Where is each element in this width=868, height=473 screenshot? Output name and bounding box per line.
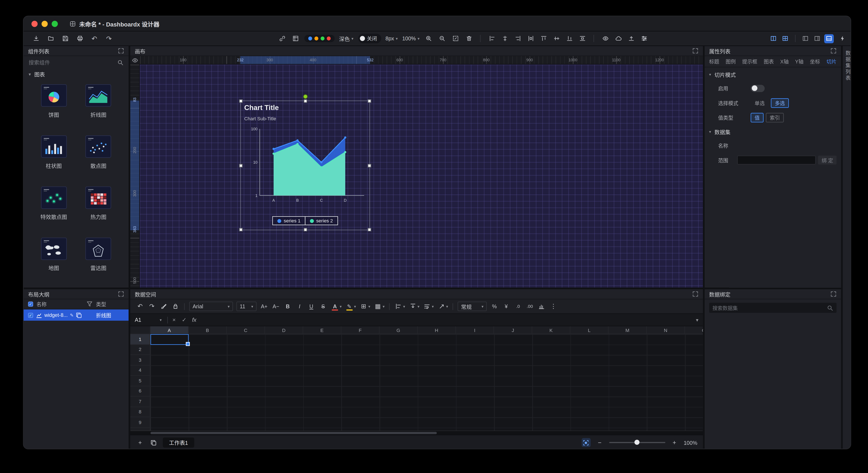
align-ch-icon[interactable]: [500, 34, 509, 43]
slice-mode-section-toggle[interactable]: ▾ 切片模式: [705, 68, 841, 81]
row-header[interactable]: 1: [130, 334, 150, 345]
sheet-list-icon[interactable]: [149, 438, 158, 447]
component-card-pie[interactable]: 饼图: [41, 84, 67, 118]
selection-mode-button[interactable]: [582, 438, 591, 447]
maximize-window-button[interactable]: [52, 21, 58, 27]
trash-icon[interactable]: [465, 34, 473, 43]
row-headers[interactable]: 123456789: [130, 334, 151, 431]
font-family-select[interactable]: Arial▾: [189, 302, 233, 311]
align-bottom-icon[interactable]: [565, 34, 574, 43]
resize-handle[interactable]: [368, 99, 371, 103]
stroke-width-select[interactable]: 8px▾: [385, 35, 398, 42]
expand-icon[interactable]: [830, 291, 837, 297]
row-header[interactable]: 9: [130, 417, 150, 428]
font-increase-button[interactable]: A+: [260, 302, 268, 311]
cell-reference-box[interactable]: A1▾: [130, 317, 166, 323]
table-icon[interactable]: [291, 34, 300, 43]
component-search-input[interactable]: 搜索组件: [24, 56, 129, 68]
strikethrough-button[interactable]: S: [319, 302, 327, 311]
edit-region-icon[interactable]: [451, 34, 460, 43]
color-swatch[interactable]: [314, 36, 318, 40]
filter-icon[interactable]: [87, 301, 93, 307]
cloud-icon[interactable]: [614, 34, 623, 43]
column-header[interactable]: E: [303, 326, 342, 333]
currency-format-button[interactable]: ¥: [502, 302, 510, 311]
rotate-handle[interactable]: [303, 94, 308, 99]
expand-icon[interactable]: [118, 291, 124, 297]
legend-item[interactable]: series 1: [273, 216, 305, 226]
design-canvas[interactable]: 100101ABCD Chart Title Chart Sub-Title s…: [140, 64, 703, 288]
dist-v-icon[interactable]: [578, 34, 587, 43]
bolt-icon[interactable]: [838, 34, 847, 43]
component-card-line[interactable]: 折线图: [86, 84, 111, 118]
zoom-out-icon[interactable]: [437, 34, 446, 43]
expand-icon[interactable]: [118, 48, 124, 54]
row-header[interactable]: 4: [130, 365, 150, 376]
column-header[interactable]: O: [685, 326, 703, 333]
state-toggle[interactable]: 关闭: [358, 34, 381, 43]
zoom-slider[interactable]: [609, 442, 665, 443]
format-painter-icon[interactable]: [159, 302, 168, 311]
horizontal-scrollbar[interactable]: [130, 431, 703, 435]
zoom-out-button[interactable]: −: [595, 438, 604, 447]
function-icon[interactable]: fx: [189, 317, 199, 323]
italic-button[interactable]: I: [296, 302, 304, 311]
borders-button[interactable]: ⊞: [359, 302, 368, 311]
component-card-radar[interactable]: 雷达图: [86, 238, 111, 272]
row-header[interactable]: 8: [130, 407, 150, 417]
font-decrease-button[interactable]: A−: [272, 302, 280, 311]
font-size-select[interactable]: 11▾: [237, 302, 257, 311]
insert-chart-icon[interactable]: [537, 302, 546, 311]
sliders-icon[interactable]: [640, 34, 649, 43]
panel-right-button[interactable]: [812, 34, 822, 43]
column-header[interactable]: C: [227, 326, 265, 333]
column-header[interactable]: M: [609, 326, 647, 333]
bind-button[interactable]: 绑 定: [818, 155, 836, 165]
align-right-icon[interactable]: [513, 34, 522, 43]
panel-cols-button[interactable]: [769, 34, 778, 43]
vertical-align-button[interactable]: [409, 302, 417, 311]
column-header[interactable]: F: [341, 326, 379, 333]
color-swatch[interactable]: [308, 36, 312, 40]
sheet-grid[interactable]: [150, 334, 703, 431]
align-vm-icon[interactable]: [552, 34, 561, 43]
link-icon[interactable]: [277, 34, 286, 43]
confirm-entry-icon[interactable]: ✓: [179, 317, 189, 323]
panel-bottom-button[interactable]: [824, 34, 834, 43]
upload-icon[interactable]: [627, 34, 636, 43]
increase-decimal-button[interactable]: .00: [526, 302, 534, 311]
panel-grid-button[interactable]: [780, 34, 790, 43]
merge-cells-button[interactable]: ▦: [374, 302, 382, 311]
resize-handle[interactable]: [368, 228, 371, 232]
formula-bar-expand-icon[interactable]: ▾: [696, 317, 699, 323]
undo-icon[interactable]: ↶: [90, 34, 99, 43]
zoom-in-button[interactable]: +: [670, 438, 679, 447]
minimize-window-button[interactable]: [42, 21, 48, 27]
component-card-heatmap[interactable]: 热力图: [86, 186, 111, 221]
property-tab[interactable]: 图例: [725, 58, 736, 65]
add-sheet-button[interactable]: +: [136, 438, 144, 447]
text-wrap-button[interactable]: [423, 302, 431, 311]
component-card-map[interactable]: 地图: [41, 238, 67, 272]
range-input[interactable]: [737, 155, 816, 165]
column-header[interactable]: I: [456, 326, 494, 333]
column-header[interactable]: A: [150, 326, 189, 333]
folder-icon[interactable]: [46, 34, 55, 43]
row-checkbox[interactable]: ✓: [28, 313, 33, 318]
column-header[interactable]: H: [418, 326, 456, 333]
segment-option[interactable]: 索引: [766, 113, 784, 122]
text-rotate-button[interactable]: [437, 302, 445, 311]
property-tab[interactable]: 标题: [709, 58, 719, 65]
component-card-bar[interactable]: 柱状图: [41, 136, 67, 170]
dataset-list-strip[interactable]: 数据集列表: [843, 46, 851, 449]
row-header[interactable]: 6: [130, 386, 150, 396]
row-header[interactable]: 2: [130, 345, 150, 355]
theme-select[interactable]: 深色▾: [339, 35, 353, 42]
resize-handle[interactable]: [304, 99, 307, 103]
lock-icon[interactable]: [171, 302, 180, 311]
column-header[interactable]: N: [647, 326, 685, 333]
rename-icon[interactable]: ✎: [70, 313, 74, 318]
vertical-ruler[interactable]: 83200300383500: [130, 64, 140, 288]
dataset-search-input[interactable]: 搜索数据集: [709, 303, 837, 313]
close-window-button[interactable]: [31, 21, 38, 27]
